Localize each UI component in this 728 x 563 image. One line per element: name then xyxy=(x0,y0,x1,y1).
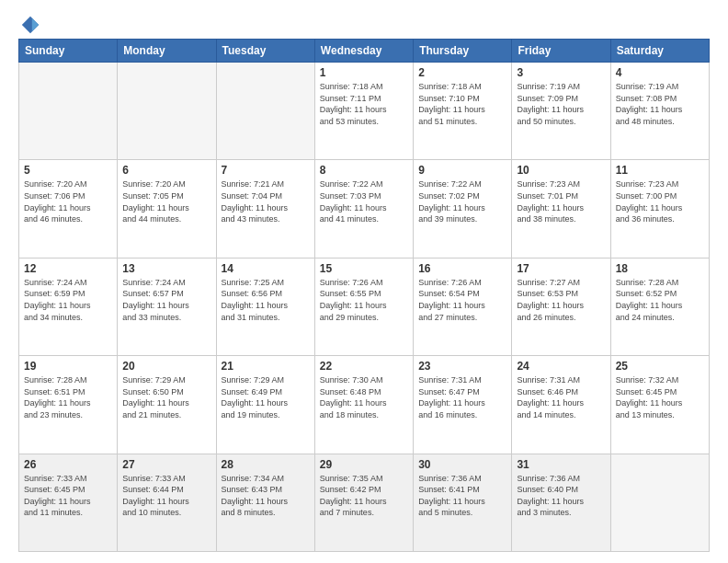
day-info: Sunrise: 7:29 AM Sunset: 6:49 PM Dayligh… xyxy=(222,374,310,420)
calendar-cell: 13Sunrise: 7:24 AM Sunset: 6:57 PM Dayli… xyxy=(118,258,216,355)
day-info: Sunrise: 7:24 AM Sunset: 6:59 PM Dayligh… xyxy=(24,277,112,323)
day-number: 19 xyxy=(24,360,112,373)
weekday-header: Wednesday xyxy=(314,40,413,63)
day-number: 1 xyxy=(320,66,408,79)
day-info: Sunrise: 7:30 AM Sunset: 6:48 PM Dayligh… xyxy=(320,374,408,420)
day-number: 8 xyxy=(320,164,408,177)
weekday-header: Thursday xyxy=(414,40,512,63)
day-info: Sunrise: 7:36 AM Sunset: 6:40 PM Dayligh… xyxy=(517,473,605,519)
day-number: 30 xyxy=(418,458,506,471)
day-info: Sunrise: 7:18 AM Sunset: 7:11 PM Dayligh… xyxy=(320,81,408,127)
day-number: 12 xyxy=(24,262,112,275)
calendar-cell: 25Sunrise: 7:32 AM Sunset: 6:45 PM Dayli… xyxy=(610,356,709,454)
day-info: Sunrise: 7:20 AM Sunset: 7:06 PM Dayligh… xyxy=(24,178,112,224)
day-info: Sunrise: 7:23 AM Sunset: 7:01 PM Dayligh… xyxy=(517,178,605,224)
header xyxy=(18,15,710,31)
weekday-header: Saturday xyxy=(610,40,709,63)
day-info: Sunrise: 7:31 AM Sunset: 6:47 PM Dayligh… xyxy=(418,374,506,420)
day-number: 17 xyxy=(517,262,605,275)
day-number: 31 xyxy=(517,458,605,471)
logo xyxy=(18,15,40,31)
day-number: 7 xyxy=(222,164,310,177)
page: SundayMondayTuesdayWednesdayThursdayFrid… xyxy=(0,0,728,563)
day-number: 26 xyxy=(24,458,112,471)
calendar-cell: 21Sunrise: 7:29 AM Sunset: 6:49 PM Dayli… xyxy=(216,356,314,454)
calendar-cell xyxy=(216,63,314,160)
calendar-cell: 9Sunrise: 7:22 AM Sunset: 7:02 PM Daylig… xyxy=(414,160,512,258)
calendar-header-row: SundayMondayTuesdayWednesdayThursdayFrid… xyxy=(19,40,710,63)
day-info: Sunrise: 7:19 AM Sunset: 7:08 PM Dayligh… xyxy=(616,81,704,127)
calendar-cell: 11Sunrise: 7:23 AM Sunset: 7:00 PM Dayli… xyxy=(610,160,709,258)
weekday-header: Tuesday xyxy=(216,40,314,63)
calendar-cell: 3Sunrise: 7:19 AM Sunset: 7:09 PM Daylig… xyxy=(512,63,610,160)
day-number: 5 xyxy=(24,164,112,177)
day-info: Sunrise: 7:35 AM Sunset: 6:42 PM Dayligh… xyxy=(320,473,408,519)
day-number: 13 xyxy=(122,262,210,275)
calendar-cell: 4Sunrise: 7:19 AM Sunset: 7:08 PM Daylig… xyxy=(610,63,709,160)
calendar-cell: 8Sunrise: 7:22 AM Sunset: 7:03 PM Daylig… xyxy=(314,160,413,258)
day-number: 3 xyxy=(517,66,605,79)
calendar-cell: 24Sunrise: 7:31 AM Sunset: 6:46 PM Dayli… xyxy=(512,356,610,454)
calendar-cell: 10Sunrise: 7:23 AM Sunset: 7:01 PM Dayli… xyxy=(512,160,610,258)
day-info: Sunrise: 7:26 AM Sunset: 6:55 PM Dayligh… xyxy=(320,277,408,323)
calendar-cell: 1Sunrise: 7:18 AM Sunset: 7:11 PM Daylig… xyxy=(314,63,413,160)
day-info: Sunrise: 7:24 AM Sunset: 6:57 PM Dayligh… xyxy=(122,277,210,323)
day-number: 4 xyxy=(616,66,704,79)
day-info: Sunrise: 7:36 AM Sunset: 6:41 PM Dayligh… xyxy=(418,473,506,519)
calendar-cell xyxy=(610,454,709,551)
day-info: Sunrise: 7:33 AM Sunset: 6:45 PM Dayligh… xyxy=(24,473,112,519)
calendar-cell: 15Sunrise: 7:26 AM Sunset: 6:55 PM Dayli… xyxy=(314,258,413,355)
day-number: 27 xyxy=(122,458,210,471)
day-info: Sunrise: 7:28 AM Sunset: 6:52 PM Dayligh… xyxy=(616,277,704,323)
calendar-cell: 27Sunrise: 7:33 AM Sunset: 6:44 PM Dayli… xyxy=(118,454,216,551)
day-info: Sunrise: 7:34 AM Sunset: 6:43 PM Dayligh… xyxy=(222,473,310,519)
day-number: 22 xyxy=(320,360,408,373)
day-info: Sunrise: 7:29 AM Sunset: 6:50 PM Dayligh… xyxy=(122,374,210,420)
calendar-cell: 7Sunrise: 7:21 AM Sunset: 7:04 PM Daylig… xyxy=(216,160,314,258)
calendar-cell: 12Sunrise: 7:24 AM Sunset: 6:59 PM Dayli… xyxy=(19,258,118,355)
calendar-cell: 29Sunrise: 7:35 AM Sunset: 6:42 PM Dayli… xyxy=(314,454,413,551)
weekday-header: Monday xyxy=(118,40,216,63)
calendar-cell: 23Sunrise: 7:31 AM Sunset: 6:47 PM Dayli… xyxy=(414,356,512,454)
day-info: Sunrise: 7:32 AM Sunset: 6:45 PM Dayligh… xyxy=(616,374,704,420)
day-info: Sunrise: 7:23 AM Sunset: 7:00 PM Dayligh… xyxy=(616,178,704,224)
day-number: 14 xyxy=(222,262,310,275)
day-info: Sunrise: 7:33 AM Sunset: 6:44 PM Dayligh… xyxy=(122,473,210,519)
day-number: 11 xyxy=(616,164,704,177)
day-info: Sunrise: 7:27 AM Sunset: 6:53 PM Dayligh… xyxy=(517,277,605,323)
calendar-cell: 22Sunrise: 7:30 AM Sunset: 6:48 PM Dayli… xyxy=(314,356,413,454)
calendar-cell: 6Sunrise: 7:20 AM Sunset: 7:05 PM Daylig… xyxy=(118,160,216,258)
day-number: 25 xyxy=(616,360,704,373)
day-info: Sunrise: 7:22 AM Sunset: 7:02 PM Dayligh… xyxy=(418,178,506,224)
calendar-cell: 14Sunrise: 7:25 AM Sunset: 6:56 PM Dayli… xyxy=(216,258,314,355)
calendar-cell: 16Sunrise: 7:26 AM Sunset: 6:54 PM Dayli… xyxy=(414,258,512,355)
weekday-header: Sunday xyxy=(19,40,118,63)
day-info: Sunrise: 7:25 AM Sunset: 6:56 PM Dayligh… xyxy=(222,277,310,323)
calendar-cell: 26Sunrise: 7:33 AM Sunset: 6:45 PM Dayli… xyxy=(19,454,118,551)
day-info: Sunrise: 7:26 AM Sunset: 6:54 PM Dayligh… xyxy=(418,277,506,323)
day-number: 28 xyxy=(222,458,310,471)
day-info: Sunrise: 7:20 AM Sunset: 7:05 PM Dayligh… xyxy=(122,178,210,224)
svg-marker-1 xyxy=(32,18,39,32)
day-info: Sunrise: 7:22 AM Sunset: 7:03 PM Dayligh… xyxy=(320,178,408,224)
calendar-cell: 28Sunrise: 7:34 AM Sunset: 6:43 PM Dayli… xyxy=(216,454,314,551)
calendar-cell: 2Sunrise: 7:18 AM Sunset: 7:10 PM Daylig… xyxy=(414,63,512,160)
day-number: 21 xyxy=(222,360,310,373)
weekday-header: Friday xyxy=(512,40,610,63)
calendar-cell: 19Sunrise: 7:28 AM Sunset: 6:51 PM Dayli… xyxy=(19,356,118,454)
day-info: Sunrise: 7:19 AM Sunset: 7:09 PM Dayligh… xyxy=(517,81,605,127)
calendar-cell: 17Sunrise: 7:27 AM Sunset: 6:53 PM Dayli… xyxy=(512,258,610,355)
calendar-cell: 18Sunrise: 7:28 AM Sunset: 6:52 PM Dayli… xyxy=(610,258,709,355)
day-number: 15 xyxy=(320,262,408,275)
logo-icon xyxy=(20,15,40,35)
day-info: Sunrise: 7:31 AM Sunset: 6:46 PM Dayligh… xyxy=(517,374,605,420)
day-number: 6 xyxy=(122,164,210,177)
calendar-cell: 31Sunrise: 7:36 AM Sunset: 6:40 PM Dayli… xyxy=(512,454,610,551)
day-info: Sunrise: 7:18 AM Sunset: 7:10 PM Dayligh… xyxy=(418,81,506,127)
day-number: 9 xyxy=(418,164,506,177)
day-number: 2 xyxy=(418,66,506,79)
day-info: Sunrise: 7:28 AM Sunset: 6:51 PM Dayligh… xyxy=(24,374,112,420)
calendar-cell: 5Sunrise: 7:20 AM Sunset: 7:06 PM Daylig… xyxy=(19,160,118,258)
calendar-cell xyxy=(118,63,216,160)
day-number: 23 xyxy=(418,360,506,373)
